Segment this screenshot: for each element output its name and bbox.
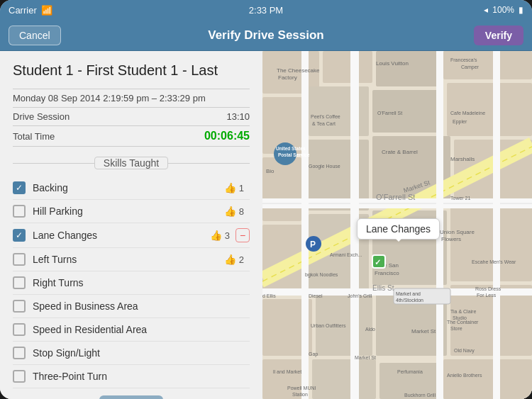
- svg-rect-8: [447, 83, 532, 136]
- svg-text:O'Farrell St: O'Farrell St: [376, 193, 415, 201]
- skill-count: 8: [239, 206, 244, 217]
- battery-icon: ▮: [519, 5, 523, 15]
- svg-text:& Tea Cart: & Tea Cart: [312, 121, 336, 126]
- skill-count: 1: [239, 183, 244, 193]
- skill-checkbox[interactable]: ✓: [13, 181, 26, 194]
- skill-checkbox[interactable]: [13, 205, 26, 218]
- svg-text:Crate & Barrel: Crate & Barrel: [382, 149, 418, 155]
- status-left: Carrier 📶: [9, 5, 52, 16]
- skill-name: Speed in Business Area: [33, 300, 250, 312]
- skill-item: Three-Point Turn: [13, 365, 250, 388]
- carrier-label: Carrier: [9, 5, 37, 16]
- svg-text:Market St: Market St: [411, 328, 436, 335]
- skill-name: Lane Changes: [33, 230, 210, 241]
- svg-text:Eppler: Eppler: [453, 119, 467, 125]
- nav-bar: Cancel Verify Drive Session Verify: [0, 20, 532, 51]
- svg-text:Factory: Factory: [278, 74, 297, 81]
- svg-text:Gap: Gap: [309, 352, 318, 357]
- drive-session-row: Drive Session 13:10: [13, 108, 250, 126]
- svg-text:4th/Stockton: 4th/Stockton: [396, 298, 423, 303]
- skill-checkbox[interactable]: [13, 323, 26, 336]
- skill-checkbox[interactable]: [13, 253, 26, 266]
- skill-name: Backing: [33, 182, 224, 193]
- datetime-label: Monday 08 Sep 2014 2:19:59 pm – 2:33:29 …: [13, 93, 206, 103]
- svg-text:For Less: For Less: [477, 293, 497, 298]
- battery-label: 100%: [492, 5, 514, 15]
- svg-text:Francesca's: Francesca's: [450, 57, 477, 62]
- skills-header: Skills Taught: [13, 157, 250, 169]
- svg-text:The Cheesecake: The Cheesecake: [277, 67, 320, 74]
- skill-name: Right Turns: [33, 277, 250, 288]
- svg-text:Escahe Men's Wear: Escahe Men's Wear: [472, 259, 516, 264]
- svg-text:Old Navy: Old Navy: [454, 348, 475, 354]
- skill-checkbox[interactable]: [13, 300, 26, 313]
- skills-header-label: Skills Taught: [94, 157, 168, 169]
- datetime-row: Monday 08 Sep 2014 2:19:59 pm – 2:33:29 …: [13, 89, 250, 108]
- svg-text:The Container: The Container: [447, 320, 479, 325]
- skill-count: 2: [239, 254, 244, 265]
- svg-text:Postal Service: Postal Service: [278, 152, 310, 157]
- svg-text:Tia & Claire: Tia & Claire: [450, 309, 476, 314]
- svg-rect-3: [376, 51, 440, 86]
- time-display: 2:33 PM: [249, 5, 283, 16]
- svg-text:d Ellis: d Ellis: [262, 293, 276, 298]
- svg-text:Aldo: Aldo: [365, 327, 375, 332]
- svg-text:Market St: Market St: [355, 355, 376, 360]
- svg-text:Store: Store: [450, 326, 462, 331]
- svg-text:bgkok Noodles: bgkok Noodles: [305, 272, 338, 278]
- svg-text:✓: ✓: [375, 258, 381, 266]
- total-time-label: Total Time: [13, 131, 55, 142]
- svg-text:Ellis St: Ellis St: [372, 284, 394, 292]
- svg-text:Perfumania: Perfumania: [397, 369, 423, 374]
- svg-text:Urban Outfitters: Urban Outfitters: [311, 323, 346, 328]
- skill-count: 3: [225, 230, 230, 241]
- skill-name: Left Turns: [33, 254, 224, 265]
- nav-title: Verify Drive Session: [208, 28, 323, 43]
- undo-button[interactable]: Undo: [99, 395, 162, 399]
- svg-text:ll and Market: ll and Market: [273, 369, 301, 374]
- status-bar: Carrier 📶 2:33 PM ◂ 100% ▮: [0, 0, 532, 20]
- skill-checkbox[interactable]: [13, 370, 26, 383]
- skill-item: Stop Sign/Light: [13, 342, 250, 365]
- svg-text:Armani Exch...: Armani Exch...: [330, 252, 362, 257]
- skill-name: Hill Parking: [33, 206, 224, 217]
- skill-thumb-icon: 👍: [210, 230, 222, 241]
- tooltip-label: Lane Changes: [366, 223, 431, 235]
- svg-text:Station: Station: [292, 392, 308, 397]
- svg-text:Flowers: Flowers: [441, 236, 461, 242]
- map-tooltip: Lane Changes: [357, 218, 440, 240]
- skill-checkbox[interactable]: [13, 276, 26, 289]
- device-frame: Carrier 📶 2:33 PM ◂ 100% ▮ Cancel Verify…: [0, 0, 532, 399]
- svg-text:Camper: Camper: [461, 64, 480, 70]
- svg-text:Aniello Brothers: Aniello Brothers: [447, 373, 482, 378]
- svg-text:Google House: Google House: [309, 164, 340, 169]
- verify-button[interactable]: Verify: [474, 26, 523, 45]
- skill-checkbox[interactable]: ✓: [13, 229, 26, 242]
- skill-item: Right Turns: [13, 271, 250, 295]
- svg-text:Francisco: Francisco: [375, 270, 399, 276]
- skill-name: Speed in Residential Area: [33, 324, 250, 335]
- location-icon: ◂: [484, 5, 488, 15]
- svg-rect-24: [443, 359, 532, 399]
- svg-text:Buckhorn Grill: Buckhorn Grill: [404, 393, 436, 398]
- left-panel: Student 1 - First Student 1 - Last Monda…: [0, 51, 262, 399]
- skills-list: ✓Backing👍1Hill Parking👍8✓Lane Changes👍3−…: [13, 176, 250, 388]
- skill-name: Stop Sign/Light: [33, 347, 250, 359]
- skill-thumb-icon: 👍: [224, 254, 236, 265]
- svg-text:O'Farrell St: O'Farrell St: [377, 111, 402, 116]
- svg-text:Cafe Madeleine: Cafe Madeleine: [450, 111, 485, 116]
- map-container: O'Farrell St Ellis St Market St The Chee…: [262, 51, 532, 399]
- svg-text:Diesel: Diesel: [309, 293, 323, 298]
- skill-name: Three-Point Turn: [33, 371, 250, 382]
- main-content: Student 1 - First Student 1 - Last Monda…: [0, 51, 532, 399]
- total-time-value: 00:06:45: [204, 130, 250, 142]
- skill-minus-button[interactable]: −: [235, 228, 250, 242]
- svg-text:Peet's Coffee: Peet's Coffee: [311, 114, 340, 119]
- svg-text:Bio: Bio: [266, 168, 275, 174]
- skill-thumb-icon: 👍: [224, 182, 236, 193]
- skill-checkbox[interactable]: [13, 347, 26, 359]
- svg-rect-22: [312, 359, 376, 399]
- student-name: Student 1 - First Student 1 - Last: [13, 62, 250, 79]
- svg-text:Ross Dress: Ross Dress: [475, 286, 501, 291]
- cancel-button[interactable]: Cancel: [9, 26, 61, 45]
